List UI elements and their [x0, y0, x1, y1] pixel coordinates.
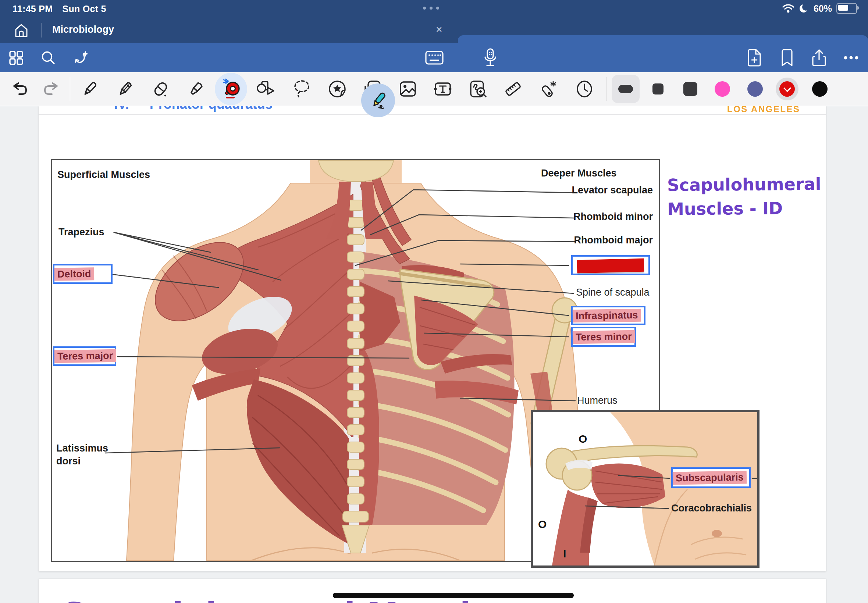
battery-icon: [836, 3, 857, 14]
smart-pen-tool-button[interactable]: [218, 72, 244, 106]
answer-box-subscapularis[interactable]: Subscapularis: [671, 467, 751, 488]
divider: [41, 23, 42, 37]
home-button[interactable]: [9, 22, 33, 39]
label-latissimus-dorsi: Latissimus dorsi: [56, 442, 108, 468]
tab-microbiology[interactable]: Microbiology: [52, 24, 114, 35]
pencil-tool-button[interactable]: [112, 72, 138, 106]
list-marker: IV.: [114, 106, 129, 112]
grid-view-button[interactable]: [5, 43, 28, 72]
tool-row: [0, 72, 868, 106]
label-spine-of-scapula: Spine of scapula: [576, 287, 650, 298]
share-button[interactable]: [807, 43, 831, 72]
color-swatch-red-selected[interactable]: [774, 72, 800, 106]
label-humerus: Humerus: [577, 395, 617, 406]
lasso-icon: [293, 79, 310, 99]
ai-gesture-button[interactable]: [70, 43, 93, 72]
answer-box-teres-minor[interactable]: Teres minor: [571, 327, 636, 347]
redo-button[interactable]: [38, 72, 65, 106]
red-redaction-stroke: [577, 258, 644, 273]
stroke-size-small[interactable]: [613, 72, 639, 106]
ruler-icon: [503, 79, 523, 99]
deeper-muscles-title: Deeper Muscles: [541, 168, 617, 179]
microphone-button[interactable]: [478, 43, 502, 72]
pen-tool-button[interactable]: [76, 72, 103, 106]
origin-marker: O: [579, 433, 587, 445]
stroke-size-medium[interactable]: [645, 72, 671, 106]
add-page-icon: [746, 49, 762, 66]
color-swatch-purple[interactable]: [742, 72, 768, 106]
redacted-answer-box[interactable]: [571, 255, 650, 275]
handwritten-note[interactable]: Scapulohumeral Muscles - ID: [667, 172, 822, 222]
moon-icon: [799, 3, 809, 14]
superficial-muscles-title: Superficial Muscles: [57, 169, 150, 181]
color-swatch-black[interactable]: [806, 72, 833, 106]
image-tool-button[interactable]: [395, 72, 421, 106]
keyboard-button[interactable]: [422, 43, 446, 72]
textbox-tool-button[interactable]: [430, 72, 456, 106]
label-teres-minor: Teres minor: [572, 330, 635, 343]
answer-box-teres-major[interactable]: Teres major: [53, 346, 116, 366]
pen-mode-button[interactable]: [361, 83, 395, 117]
insertion-marker: I: [563, 547, 566, 560]
redo-icon: [43, 82, 60, 96]
divider: [39, 114, 826, 115]
handwriting-search-icon: [469, 80, 487, 98]
divider: [606, 77, 607, 101]
ruler-tool-button[interactable]: [500, 72, 526, 106]
label-levator-scapulae: Levator scapulae: [572, 185, 653, 196]
highlighter-tool-button[interactable]: [183, 72, 209, 106]
grid-view-icon: [8, 50, 24, 65]
notebook-page-1[interactable]: IV. Pronator quadratus LOS ANGELES: [39, 106, 826, 571]
shapes-icon: [257, 80, 276, 98]
clock: 11:45 PMSun Oct 5: [12, 4, 106, 14]
microphone-icon: [483, 48, 498, 67]
status-time: 11:45 PM: [12, 4, 53, 14]
keyboard-icon: [425, 50, 444, 65]
notebook-page-2[interactable]: Scapulohumeral Muscl: [39, 579, 826, 603]
divider: [70, 77, 70, 101]
smart-pen-icon: [221, 77, 241, 100]
stroke-size-large[interactable]: [677, 72, 704, 106]
status-date: Sun Oct 5: [62, 4, 106, 14]
answer-box-infraspinatus[interactable]: Infraspinatus: [571, 306, 645, 325]
lasso-tool-button[interactable]: [288, 72, 315, 106]
pen-mode-icon: [368, 90, 388, 111]
timer-icon: [575, 80, 594, 98]
color-swatch-pink[interactable]: [709, 72, 736, 106]
highlighter-icon: [187, 80, 205, 98]
inset-illustration: [533, 412, 757, 566]
pencil-icon: [116, 80, 134, 98]
main-toolbar: [0, 43, 868, 72]
shapes-tool-button[interactable]: [253, 72, 280, 106]
eraser-tool-button[interactable]: [147, 72, 174, 106]
laser-pointer-tool-button[interactable]: [535, 72, 561, 106]
search-icon: [40, 49, 56, 66]
list-text: Pronator quadratus: [150, 106, 272, 112]
bookmark-icon: [780, 49, 794, 66]
ai-gesture-icon: [73, 49, 90, 66]
timer-tool-button[interactable]: [571, 72, 598, 106]
bookmark-button[interactable]: [775, 43, 799, 72]
label-coracobrachialis: Coracobrachialis: [671, 502, 752, 514]
multitasking-indicator[interactable]: [423, 7, 439, 9]
watermark-text: LOS ANGELES: [727, 106, 800, 114]
handwriting-search-tool-button[interactable]: [465, 72, 491, 106]
search-button[interactable]: [36, 43, 60, 72]
label-rhomboid-minor: Rhomboid minor: [573, 211, 653, 223]
inset-figure: Subscapularis Coracobrachialis O O I: [531, 410, 760, 568]
text-box-icon: [433, 81, 452, 97]
add-page-button[interactable]: [742, 43, 766, 72]
tab-bar: Microbiology × Human Anatomy – Lab ×: [0, 18, 868, 43]
eraser-icon: [152, 80, 170, 98]
answer-box-deltoid[interactable]: Deltoid: [53, 264, 113, 284]
more-button[interactable]: [839, 43, 863, 72]
label-infraspinatus: Infraspinatus: [572, 308, 641, 322]
share-icon: [811, 48, 827, 67]
wifi-icon: [782, 4, 794, 13]
sticker-tool-button[interactable]: [324, 72, 351, 106]
image-icon: [399, 81, 417, 97]
more-icon: [843, 56, 859, 60]
undo-button[interactable]: [6, 72, 33, 106]
tab-microbiology-close[interactable]: ×: [436, 23, 443, 36]
label-rhomboid-major: Rhomboid major: [574, 235, 653, 246]
